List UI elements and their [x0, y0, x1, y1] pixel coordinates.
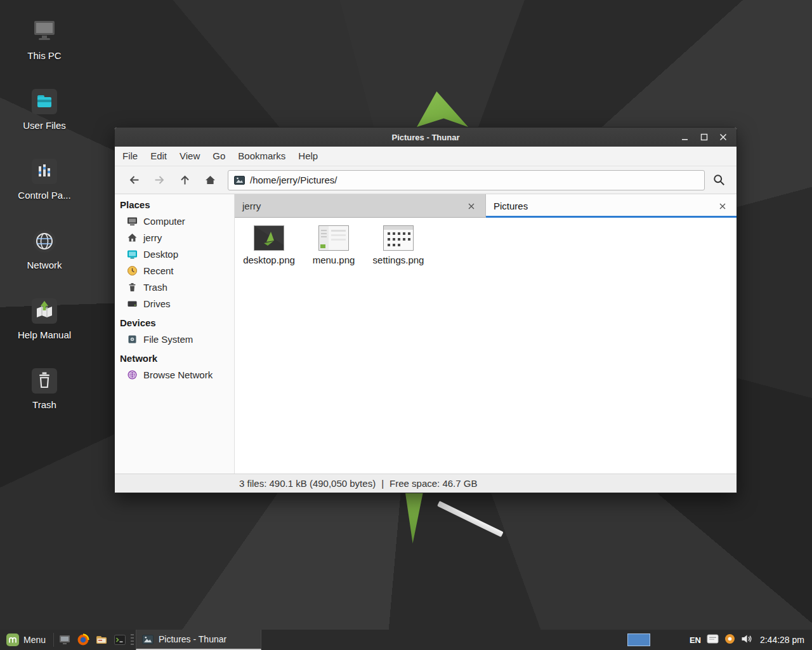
terminal-launcher[interactable]	[110, 630, 129, 650]
window-title: Pictures - Thunar	[115, 133, 737, 142]
tab-label: Pictures	[494, 201, 528, 211]
sidebar-header-places: Places	[115, 196, 234, 213]
menu-bookmarks[interactable]: Bookmarks	[232, 147, 292, 166]
menu-help[interactable]: Help	[292, 147, 324, 166]
desktop-icon-label: Network	[27, 260, 62, 270]
window-content: Places Computer jerry Desktop Recent Tra…	[115, 194, 737, 474]
minimize-button[interactable]	[676, 129, 695, 145]
sidebar-item-label: Computer	[143, 216, 185, 227]
file-list: desktop.png menu.png settings.png	[235, 218, 737, 474]
up-button[interactable]	[172, 169, 197, 191]
sidebar-item-computer[interactable]: Computer	[115, 213, 234, 229]
maximize-button[interactable]	[695, 129, 714, 145]
sidebar-item-label: Recent	[143, 265, 174, 276]
sidebar-item-label: Browse Network	[143, 369, 213, 380]
sidebar: Places Computer jerry Desktop Recent Tra…	[115, 194, 235, 474]
desktop-icon-help-manual[interactable]: Help Manual	[14, 296, 75, 340]
sidebar-item-desktop[interactable]: Desktop	[115, 246, 234, 262]
file-manager-launcher[interactable]	[92, 630, 110, 650]
back-button[interactable]	[121, 169, 147, 191]
control-panel-icon	[29, 156, 60, 187]
menu-label: Menu	[23, 635, 46, 645]
network-globe-icon	[127, 369, 138, 380]
status-bar: 3 files: 490.1 kB (490,050 bytes) | Free…	[115, 474, 737, 493]
menu-view[interactable]: View	[173, 147, 206, 166]
close-icon	[719, 133, 727, 141]
main-pane: jerry Pictures desktop.p	[235, 194, 737, 474]
tab-pictures[interactable]: Pictures	[486, 194, 737, 218]
close-icon	[468, 203, 475, 209]
desktop-icon-label: Trash	[32, 399, 56, 410]
sidebar-item-recent[interactable]: Recent	[115, 262, 234, 279]
map-icon	[29, 296, 60, 326]
tab-close-button[interactable]	[465, 200, 478, 213]
sidebar-item-label: Desktop	[143, 249, 178, 260]
desktop-icon-label: Help Manual	[18, 329, 71, 340]
file-manager-icon	[95, 633, 108, 646]
volume-icon[interactable]	[741, 633, 752, 647]
search-button[interactable]	[707, 169, 730, 191]
path-bar[interactable]: /home/jerry/Pictures/	[228, 170, 705, 190]
desktop-icon-trash[interactable]: Trash	[14, 366, 75, 410]
taskbar-window-label: Pictures - Thunar	[159, 634, 226, 644]
titlebar[interactable]: Pictures - Thunar	[115, 128, 737, 147]
desktop-icon-network[interactable]: Network	[14, 226, 75, 270]
close-button[interactable]	[714, 129, 733, 145]
status-file-count: 3 files: 490.1 kB (490,050 bytes)	[239, 478, 376, 489]
image-thumbnail	[318, 225, 349, 251]
sidebar-item-drives[interactable]: Drives	[115, 295, 234, 312]
desktop-icon-this-pc[interactable]: This PC	[14, 17, 75, 61]
menu-file[interactable]: File	[116, 147, 144, 166]
file-settings-png[interactable]: settings.png	[368, 225, 429, 265]
status-free-space: Free space: 46.7 GB	[390, 478, 477, 489]
file-desktop-png[interactable]: desktop.png	[239, 225, 299, 265]
clock-icon	[127, 265, 138, 276]
sidebar-item-trash[interactable]: Trash	[115, 279, 234, 295]
forward-icon	[154, 175, 165, 185]
firefox-launcher[interactable]	[74, 630, 92, 650]
workspace-switcher[interactable]	[627, 633, 650, 646]
menu-edit[interactable]: Edit	[144, 147, 173, 166]
search-icon	[713, 174, 725, 186]
file-name: settings.png	[373, 255, 424, 265]
update-manager-tray-icon[interactable]	[724, 633, 735, 647]
tab-close-button[interactable]	[716, 200, 729, 213]
tab-label: jerry	[242, 201, 261, 211]
thunar-window-icon	[142, 635, 154, 644]
sidebar-item-home[interactable]: jerry	[115, 229, 234, 246]
computer-icon	[29, 17, 60, 47]
show-desktop-icon	[58, 633, 71, 646]
file-menu-png[interactable]: menu.png	[303, 225, 364, 265]
sidebar-item-file-system[interactable]: File System	[115, 331, 234, 347]
sidebar-item-browse-network[interactable]: Browse Network	[115, 366, 234, 383]
tab-jerry[interactable]: jerry	[235, 194, 486, 218]
terminal-icon	[114, 633, 126, 646]
sidebar-item-label: jerry	[143, 232, 162, 243]
close-icon	[719, 203, 726, 209]
panel-separator	[53, 633, 54, 647]
show-desktop-button[interactable]	[55, 630, 74, 650]
home-button[interactable]	[197, 169, 223, 191]
clock[interactable]: 2:44:28 pm	[757, 635, 807, 645]
home-icon	[127, 232, 138, 243]
forward-button[interactable]	[147, 169, 172, 191]
tab-bar: jerry Pictures	[235, 194, 737, 218]
file-name: menu.png	[313, 255, 355, 265]
sidebar-item-label: Drives	[143, 298, 171, 309]
desktop-icon-control-panel[interactable]: Control Pa...	[14, 156, 75, 201]
window-controls	[676, 128, 733, 147]
sidebar-header-devices: Devices	[115, 314, 234, 331]
menu-go[interactable]: Go	[206, 147, 232, 166]
clipboard-tray-icon[interactable]	[707, 634, 719, 646]
path-value: /home/jerry/Pictures/	[250, 175, 337, 185]
taskbar-window-button[interactable]: Pictures - Thunar	[136, 630, 261, 650]
folder-icon	[29, 86, 60, 117]
desktop-icon-label: User Files	[23, 120, 66, 131]
start-menu-button[interactable]: Menu	[0, 630, 52, 650]
sidebar-header-network: Network	[115, 350, 234, 366]
image-thumbnail	[254, 225, 284, 251]
taskbar-spacer	[261, 630, 627, 650]
keyboard-layout-indicator[interactable]: EN	[690, 635, 701, 645]
desktop-icon-label: Control Pa...	[18, 190, 70, 201]
desktop-icon-user-files[interactable]: User Files	[14, 86, 75, 131]
